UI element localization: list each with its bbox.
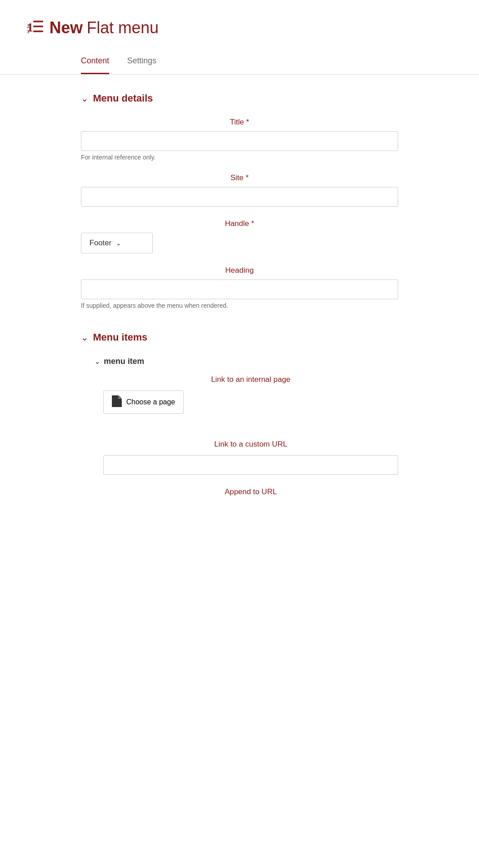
content-area: ⌄ Menu details Title * For internal refe… <box>0 93 479 496</box>
handle-label: Handle * <box>81 219 398 228</box>
site-field-group: Site * ---------- <box>81 173 398 207</box>
menu-items-section: ⌄ Menu items ⌄ menu item Link to an inte… <box>81 332 398 496</box>
menu-details-header[interactable]: ⌄ Menu details <box>81 93 398 104</box>
site-label: Site * <box>81 173 398 182</box>
tab-settings[interactable]: Settings <box>127 51 156 74</box>
heading-field-group: Heading If supplied, appears above the m… <box>81 266 398 309</box>
menu-items-header[interactable]: ⌄ Menu items <box>81 332 398 343</box>
menu-details-chevron-icon: ⌄ <box>81 93 89 104</box>
menu-items-chevron-icon: ⌄ <box>81 332 89 343</box>
append-url-group: Append to URL <box>103 487 398 496</box>
menu-item-subtitle: menu item <box>104 357 144 366</box>
handle-select-value: Footer <box>89 239 111 248</box>
link-custom-label: Link to a custom URL <box>103 440 398 449</box>
link-internal-group: Link to an internal page Choose a page <box>103 375 398 427</box>
handle-select[interactable]: Footer ⌄ <box>81 233 153 253</box>
append-url-label: Append to URL <box>103 487 398 496</box>
menu-details-section: ⌄ Menu details Title * For internal refe… <box>81 93 398 309</box>
choose-page-label: Choose a page <box>126 398 175 406</box>
handle-field-group: Handle * Footer ⌄ <box>81 219 398 253</box>
link-internal-label: Link to an internal page <box>103 375 398 384</box>
heading-input[interactable] <box>81 279 398 299</box>
menu-details-title: Menu details <box>93 93 153 104</box>
tabs-container: Content Settings <box>0 51 479 75</box>
menu-item-subheader[interactable]: ⌄ menu item <box>94 357 398 366</box>
title-field-group: Title * For internal reference only. <box>81 118 398 161</box>
menu-icon: 1 2 3 <box>27 18 44 37</box>
menu-items-title: Menu items <box>93 332 147 343</box>
heading-hint: If supplied, appears above the menu when… <box>81 302 398 309</box>
menu-item-subsection: ⌄ menu item Link to an internal page <box>94 357 398 496</box>
title-label: Title * <box>81 118 398 127</box>
handle-chevron-icon: ⌄ <box>116 239 121 247</box>
custom-url-input[interactable] <box>103 455 398 475</box>
svg-text:3: 3 <box>27 29 29 34</box>
svg-rect-1 <box>33 21 43 22</box>
svg-rect-3 <box>33 26 43 27</box>
page-header: 1 2 3 New Flat menu <box>0 0 479 51</box>
page-icon <box>112 395 122 409</box>
site-input[interactable]: ---------- <box>81 187 398 207</box>
svg-rect-5 <box>33 31 43 32</box>
tab-content[interactable]: Content <box>81 51 109 74</box>
svg-text:2: 2 <box>27 24 29 29</box>
choose-page-button[interactable]: Choose a page <box>103 390 184 414</box>
page-title: New Flat menu <box>49 18 159 37</box>
menu-item-chevron-icon: ⌄ <box>94 357 100 366</box>
link-options-area: Link to an internal page Choose a page <box>103 375 398 496</box>
heading-label: Heading <box>81 266 398 275</box>
title-input[interactable] <box>81 131 398 151</box>
title-hint: For internal reference only. <box>81 154 398 161</box>
link-custom-group: Link to a custom URL <box>103 440 398 475</box>
